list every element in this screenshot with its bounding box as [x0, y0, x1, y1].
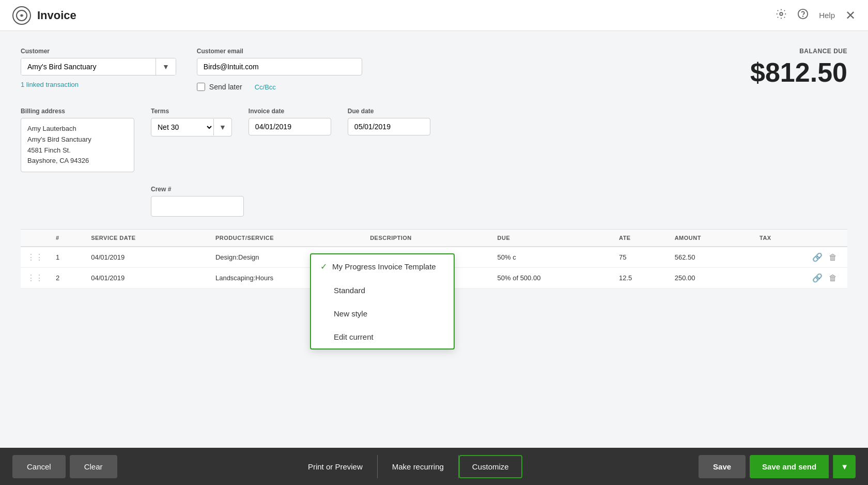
footer-left: Cancel Clear: [12, 455, 117, 478]
th-drag: [21, 230, 50, 247]
cancel-button[interactable]: Cancel: [12, 455, 66, 478]
customer-dropdown-arrow[interactable]: ▼: [156, 58, 176, 75]
billing-address-line1: Amy Lauterbach: [27, 124, 128, 134]
invoice-date-input[interactable]: [249, 118, 331, 135]
customer-input[interactable]: [21, 58, 156, 75]
app-logo-icon: [12, 6, 31, 25]
th-service-date: SERVICE DATE: [85, 230, 209, 247]
row1-due: 50% c: [491, 247, 613, 268]
row2-due: 50% of 500.00: [491, 268, 613, 289]
th-due: DUE: [491, 230, 613, 247]
row2-actions: 🔗 🗑: [806, 268, 847, 289]
row2-link-icon[interactable]: 🔗: [812, 274, 823, 282]
th-actions: [806, 230, 847, 247]
clear-button[interactable]: Clear: [70, 455, 117, 478]
terms-group: Terms Net 30 Net 15 Net 60 Due on receip…: [151, 108, 232, 172]
row2-service-date: 04/01/2019: [85, 268, 209, 289]
svg-point-1: [21, 14, 23, 17]
row1-tax: [753, 247, 806, 268]
row1-amount: 562.50: [669, 247, 753, 268]
main-content: Customer ▼ 1 linked transaction Customer…: [0, 31, 868, 448]
row1-delete-icon[interactable]: 🗑: [829, 253, 837, 262]
balance-due-section: BALANCE DUE $812.50: [750, 48, 847, 88]
linked-transaction-link[interactable]: 1 linked transaction: [21, 81, 176, 88]
help-circle-icon[interactable]: [797, 8, 809, 22]
invoice-date-label: Invoice date: [249, 108, 331, 115]
terms-dropdown-arrow[interactable]: ▼: [213, 119, 231, 135]
due-date-group: Due date: [348, 108, 430, 172]
th-description: DESCRIPTION: [364, 230, 491, 247]
due-date-label: Due date: [348, 108, 430, 115]
row1-ate: 75: [613, 247, 669, 268]
billing-section: Billing address Amy Lauterbach Amy's Bir…: [21, 108, 847, 172]
customer-label: Customer: [21, 48, 176, 55]
billing-address-box[interactable]: Amy Lauterbach Amy's Bird Sanctuary 4581…: [21, 118, 134, 172]
customer-input-wrapper: ▼: [21, 58, 176, 75]
th-num: #: [50, 230, 85, 247]
customer-email-input[interactable]: [197, 58, 362, 75]
svg-point-4: [803, 16, 803, 17]
th-tax: TAX: [753, 230, 806, 247]
row2-ate: 12.5: [613, 268, 669, 289]
save-and-send-dropdown-arrow[interactable]: ▼: [833, 455, 856, 478]
customer-email-group: Customer email Send later Cc/Bcc: [197, 48, 362, 91]
row1-num: 1: [50, 247, 85, 268]
settings-icon[interactable]: [776, 8, 787, 22]
check-icon: ✓: [320, 262, 327, 271]
customize-menu-new-style[interactable]: New style: [311, 302, 454, 325]
customize-menu-standard[interactable]: Standard: [311, 279, 454, 302]
invoice-date-group: Invoice date: [249, 108, 331, 172]
header: Invoice Help ✕: [0, 0, 868, 31]
billing-address-line2: Amy's Bird Sanctuary: [27, 134, 128, 145]
customize-dropdown-menu: ✓ My Progress Invoice Template Standard …: [310, 253, 455, 350]
due-date-input[interactable]: [348, 118, 430, 135]
footer-right: Save Save and send ▼: [699, 455, 856, 478]
billing-address-line4: Bayshore, CA 94326: [27, 156, 128, 166]
customize-dropdown: ✓ My Progress Invoice Template Standard …: [310, 253, 455, 350]
close-button[interactable]: ✕: [845, 8, 856, 23]
make-recurring-button[interactable]: Make recurring: [378, 455, 459, 478]
terms-dropdown-wrapper: Net 30 Net 15 Net 60 Due on receipt ▼: [151, 118, 232, 137]
send-later-label: Send later: [209, 83, 242, 91]
footer-center: Print or Preview Make recurring Customiz…: [117, 455, 699, 478]
billing-address-group: Billing address Amy Lauterbach Amy's Bir…: [21, 108, 134, 172]
row1-service-date: 04/01/2019: [85, 247, 209, 268]
help-button[interactable]: Help: [819, 11, 835, 20]
customize-selected-item[interactable]: ✓ My Progress Invoice Template: [311, 254, 454, 279]
drag-handle-1[interactable]: ⋮⋮: [21, 247, 50, 268]
row2-amount: 250.00: [669, 268, 753, 289]
customer-group: Customer ▼ 1 linked transaction: [21, 48, 176, 88]
crew-input[interactable]: [151, 196, 244, 217]
row2-tax: [753, 268, 806, 289]
save-and-send-button[interactable]: Save and send: [750, 455, 829, 478]
crew-group: Crew #: [151, 185, 847, 217]
balance-due-amount: $812.50: [750, 57, 847, 88]
th-product-service: PRODUCT/SERVICE: [209, 230, 364, 247]
table-header-row: # SERVICE DATE PRODUCT/SERVICE DESCRIPTI…: [21, 230, 847, 247]
customize-button[interactable]: Customize: [459, 455, 522, 478]
th-amount: AMOUNT: [669, 230, 753, 247]
balance-due-label: BALANCE DUE: [750, 48, 847, 55]
help-label: Help: [819, 11, 835, 20]
drag-handle-2[interactable]: ⋮⋮: [21, 268, 50, 289]
top-form: Customer ▼ 1 linked transaction Customer…: [21, 48, 847, 91]
save-button[interactable]: Save: [699, 455, 746, 478]
cc-bcc-link[interactable]: Cc/Bcc: [255, 83, 276, 91]
send-later-checkbox[interactable]: [197, 83, 205, 91]
row1-actions: 🔗 🗑: [806, 247, 847, 268]
send-later-row: Send later Cc/Bcc: [197, 83, 362, 91]
print-preview-button[interactable]: Print or Preview: [293, 455, 378, 478]
customize-menu-edit-current[interactable]: Edit current: [311, 325, 454, 348]
row1-link-icon[interactable]: 🔗: [812, 253, 823, 262]
crew-label: Crew #: [151, 186, 171, 193]
row2-num: 2: [50, 268, 85, 289]
terms-select[interactable]: Net 30 Net 15 Net 60 Due on receipt: [151, 118, 213, 136]
terms-label: Terms: [151, 108, 232, 115]
billing-address-line3: 4581 Finch St.: [27, 145, 128, 156]
page-title: Invoice: [37, 9, 76, 22]
header-right: Help ✕: [776, 8, 856, 23]
svg-point-2: [780, 12, 783, 16]
billing-address-label: Billing address: [21, 108, 134, 115]
row2-delete-icon[interactable]: 🗑: [829, 274, 837, 282]
customer-email-label: Customer email: [197, 48, 362, 55]
